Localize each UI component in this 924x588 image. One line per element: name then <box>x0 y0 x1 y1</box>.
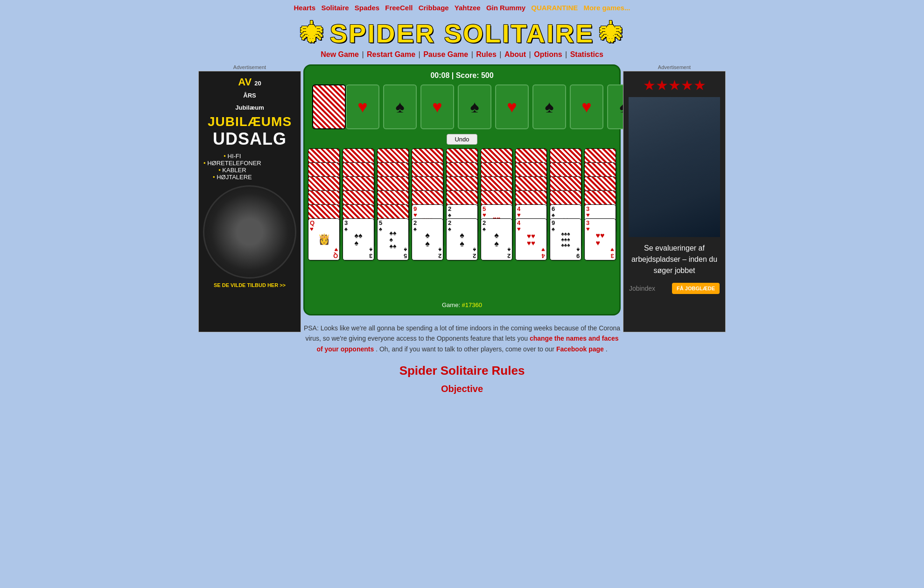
rules-section: Spider Solitaire Rules Objective <box>303 364 621 394</box>
title-section: 🕷 SPIDER SOLITAIRE 🕷 New Game | Restart … <box>0 14 924 60</box>
column-2: 3♠ ♠♠♠ 3♠ <box>343 148 374 260</box>
ad-speaker-image <box>203 185 296 279</box>
nav-solitaire[interactable]: Solitaire <box>321 4 349 12</box>
card-2-spades-d[interactable]: 2♠ ♠♠ 2♠ <box>481 218 512 260</box>
menu-statistics[interactable]: Statistics <box>570 50 603 58</box>
ad-right-bottom: Jobindex FÅ JOBGLÆDE <box>629 283 720 294</box>
stock-pile[interactable] <box>312 84 346 129</box>
ad-sale2-text: UDSALG <box>213 129 287 149</box>
foundation-slot-4[interactable]: ♠ <box>458 84 491 129</box>
right-ad-panel: Advertisement ★★★★★ Se evalueringer af a… <box>621 64 728 332</box>
ad-right-text: Se evalueringer af arbejdspladser – inde… <box>629 243 720 276</box>
column-5: 2♠ ♠♠ 2♠ 2♠ ♠♠ 2♠ <box>446 148 478 260</box>
menu-about[interactable]: About <box>504 50 526 58</box>
undo-row: Undo <box>310 134 614 145</box>
ad-brand: Jobindex <box>629 285 655 292</box>
column-4: 9♥ ♥♥♥♥♥♥♥♥♥ 9♥ 2♠ ♠♠ 2♠ <box>412 148 443 260</box>
card-3-hearts-b[interactable]: 3♥ ♥♥♥ 3♥ <box>584 218 616 260</box>
game-container: 00:08 | Score: 500 ♥ ♠ ♥ <box>303 64 621 404</box>
column-6: 5♥ ♥♥♥♥♥ 5♥ 2♠ ♠♠ 2♠ <box>481 148 512 260</box>
foundation-slot-1[interactable]: ♥ <box>346 84 379 129</box>
card-queen-hearts[interactable]: Q♥ 👸 Q♥ <box>308 218 340 260</box>
undo-button[interactable]: Undo <box>447 134 477 145</box>
spider-right-icon: 🕷 <box>600 21 623 46</box>
ad-left-logo: AV 20ÅRSJubilæum <box>235 76 264 112</box>
foundation-slot-2[interactable]: ♠ <box>383 84 417 129</box>
foundation-slot-3[interactable]: ♥ <box>420 84 454 129</box>
nav-cribbage[interactable]: Cribbage <box>419 4 449 12</box>
foundation-slot-5[interactable]: ♥ <box>495 84 529 129</box>
card-2-spades-a[interactable]: 2♠ ♠♠ 2♠ <box>412 218 443 260</box>
rules-objective: Objective <box>303 384 621 394</box>
column-7: 4♥ ♥♥♥♥ 4♥ 4♥ ♥♥♥♥ 4♥ <box>515 148 547 260</box>
rules-title: Spider Solitaire Rules <box>303 364 621 378</box>
menu-rules[interactable]: Rules <box>476 50 497 58</box>
spider-left-icon: 🕷 <box>301 21 324 46</box>
column-3: 5♠ ♠♠♠♠♠ 5♠ <box>377 148 409 260</box>
top-navigation: Hearts Solitaire Spades FreeCell Cribbag… <box>0 0 924 14</box>
foundation-slot-7[interactable]: ♥ <box>570 84 603 129</box>
menu-new-game[interactable]: New Game <box>321 50 359 58</box>
card-5-spades[interactable]: 5♠ ♠♠♠♠♠ 5♠ <box>377 218 409 260</box>
nav-freecell[interactable]: FreeCell <box>385 4 413 12</box>
nav-hearts[interactable]: Hearts <box>294 4 316 12</box>
ad-sale-text: JUBILÆUMS <box>208 114 292 129</box>
game-board: 00:08 | Score: 500 ♥ ♠ ♥ <box>303 64 621 315</box>
psa-link-facebook[interactable]: Facebook page <box>556 345 604 353</box>
ad-left-items: HI-FI HØRETELEFONER KABLER HØJTALERE <box>203 153 261 181</box>
top-row: ♥ ♠ ♥ ♠ ♥ ♠ <box>310 84 614 129</box>
card-4-hearts-b[interactable]: 4♥ ♥♥♥♥ 4♥ <box>515 218 547 260</box>
game-footer: Game: #17360 <box>310 301 614 308</box>
right-ad-label: Advertisement <box>621 64 728 70</box>
left-ad-box[interactable]: AV 20ÅRSJubilæum JUBILÆUMS UDSALG HI-FI … <box>198 71 301 332</box>
left-ad-label: Advertisement <box>196 64 303 70</box>
ad-right-image <box>629 97 720 237</box>
game-timer: 00:08 <box>430 71 449 79</box>
nav-quarantine[interactable]: QUARANTINE <box>531 4 578 12</box>
game-menu: New Game | Restart Game | Pause Game | R… <box>0 50 924 59</box>
left-ad-panel: Advertisement AV 20ÅRSJubilæum JUBILÆUMS… <box>196 64 303 332</box>
ad-cta-text: SE DE VILDE TILBUD HER >> <box>214 282 286 288</box>
foundation-slots: ♥ ♠ ♥ ♠ ♥ ♠ <box>346 84 641 129</box>
menu-pause-game[interactable]: Pause Game <box>423 50 468 58</box>
nav-gin-rummy[interactable]: Gin Rummy <box>486 4 525 12</box>
game-title: 🕷 SPIDER SOLITAIRE 🕷 <box>301 18 624 49</box>
foundation-slot-6[interactable]: ♠ <box>532 84 566 129</box>
card-9-spades[interactable]: 9♠ ♠♠♠♠♠♠♠♠♠ 9♠ <box>550 218 581 260</box>
menu-options[interactable]: Options <box>534 50 562 58</box>
psa-text-3: . <box>606 345 608 353</box>
game-header: 00:08 | Score: 500 <box>310 71 614 80</box>
psa-text-2: . Oh, and if you want to talk to other p… <box>376 345 556 353</box>
column-9: 3♥ ♥♥♥ 3♥ 3♥ ♥♥♥ 3♥ <box>584 148 616 260</box>
card-3-spades[interactable]: 3♠ ♠♠♠ 3♠ <box>343 218 374 260</box>
game-number: #17360 <box>462 301 482 308</box>
game-score: Score: 500 <box>456 71 494 79</box>
psa-section: PSA: Looks like we're all gonna be spend… <box>303 323 621 354</box>
ad-cta-button[interactable]: FÅ JOBGLÆDE <box>672 283 720 294</box>
main-layout: Advertisement AV 20ÅRSJubilæum JUBILÆUMS… <box>0 60 924 408</box>
column-1: Q♥ 👸 Q♥ <box>308 148 340 260</box>
card-2-spades-c[interactable]: 2♠ ♠♠ 2♠ <box>446 218 478 260</box>
column-8: 6♠ ♠♠♠♠♠♠ 6♠ 9♠ ♠♠♠♠♠♠♠♠♠ 9♠ <box>550 148 581 260</box>
ad-stars: ★★★★★ <box>643 77 706 93</box>
menu-restart-game[interactable]: Restart Game <box>367 50 415 58</box>
nav-spades[interactable]: Spades <box>355 4 379 12</box>
right-ad-box[interactable]: ★★★★★ Se evalueringer af arbejdspladser … <box>623 71 726 332</box>
columns-area: Q♥ 👸 Q♥ 3♠ ♠♠♠ 3♠ <box>310 148 614 298</box>
nav-more-games[interactable]: More games... <box>583 4 630 12</box>
nav-yahtzee[interactable]: Yahtzee <box>455 4 481 12</box>
